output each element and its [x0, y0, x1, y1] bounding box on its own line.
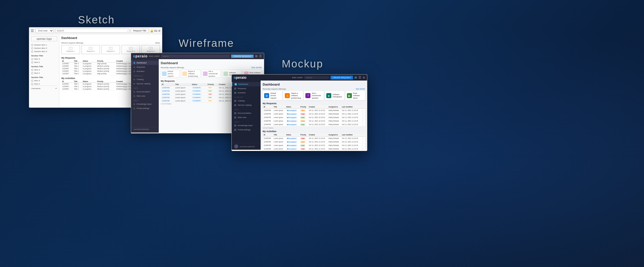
- mk-nav-docs[interactable]: Documentation: [232, 111, 261, 115]
- sketch-section2-item1[interactable]: Item 4: [31, 68, 57, 71]
- sketch-offering-3[interactable]: Request 3: [101, 45, 120, 54]
- mk-act-assigned: Kathy Estrada: [328, 147, 341, 150]
- sketch-logout-icon[interactable]: ↩: [55, 87, 57, 90]
- mk-settings-icon[interactable]: ⚙: [363, 76, 365, 79]
- table-row[interactable]: 12346789 Lorem ipsum In progress High Oc…: [263, 136, 365, 140]
- wf-nav-service-catalog[interactable]: Service catalog: [131, 82, 159, 86]
- wf-nav-activities[interactable]: Activities: [131, 69, 159, 73]
- mk-offering-text-2: Report a software problem/bug: [291, 92, 301, 99]
- wf-see-more[interactable]: SEE MORE: [251, 66, 262, 69]
- mk-act-priority: High: [299, 147, 308, 150]
- wf-create-button[interactable]: CREATE REQUEST: [231, 55, 254, 58]
- mk-row-actions[interactable]: ⋮: [361, 108, 365, 112]
- sketch-section1-item2[interactable]: Item 2: [31, 61, 57, 64]
- mk-status: In progress: [285, 119, 299, 123]
- mk-catalog-section-label: CATALOG: [232, 95, 261, 99]
- sketch-nav-circle-3: [31, 51, 33, 53]
- mk-offering-3[interactable]: ? Ask a commercial question: [304, 91, 324, 100]
- wf-nav-requests[interactable]: Requests: [131, 65, 159, 69]
- mk-offering-icon-2: ⚠: [285, 93, 290, 98]
- mk-act-assigned: Kathy Estrada: [328, 144, 341, 147]
- mk-created: Oct 11, 2021 12:10:10: [308, 112, 328, 116]
- mk-offering-4[interactable]: ◈ Software marketplace: [325, 91, 344, 100]
- wf-title-cell: Lorem ipsum: [174, 89, 191, 93]
- sketch-act-col-title: Title: [73, 80, 82, 83]
- mk-create-button[interactable]: CREATE REQUEST: [331, 76, 353, 80]
- sketch-offerings-more[interactable]: More: [155, 42, 160, 44]
- mk-act-actions[interactable]: ⋮: [361, 136, 365, 140]
- mk-nav-knowledge[interactable]: Knowledge base: [232, 123, 261, 128]
- table-row[interactable]: 12346789 Lorem ipsum In progress Med Oct…: [263, 140, 365, 144]
- sketch-user-dropdown[interactable]: End User: [35, 28, 54, 33]
- mk-nav-catalog[interactable]: Catalog: [232, 99, 261, 103]
- mk-created: Oct 11, 2021 12:10:10: [308, 123, 328, 126]
- mk-nav-requests[interactable]: Requests: [232, 86, 261, 91]
- wf-grid-icon[interactable]: ⊞: [255, 54, 258, 58]
- wf-search-input[interactable]: [161, 55, 230, 58]
- sketch-nav-item-2[interactable]: Section Item 2: [31, 47, 57, 50]
- mk-see-more[interactable]: SEE MORE: [356, 88, 365, 90]
- mk-grid-icon[interactable]: ⊞: [354, 76, 357, 79]
- mk-search-input[interactable]: [304, 76, 329, 79]
- mk-act-actions[interactable]: ⋮: [361, 144, 365, 147]
- wf-offering-3[interactable]: Ask a commercial question: [202, 70, 221, 78]
- sketch-section3-item1[interactable]: Item 4: [31, 79, 57, 82]
- wf-nav-dashboard[interactable]: Dashboard: [131, 61, 159, 65]
- mk-offering-5[interactable]: ▶ Book software demo: [345, 91, 365, 100]
- mk-id: 12346789: [263, 112, 273, 116]
- mk-status: In progress: [285, 108, 299, 112]
- sketch-menu-icon[interactable]: ☰: [31, 29, 34, 33]
- sketch-search-input[interactable]: [55, 29, 129, 33]
- sketch-act-status: in progress: [82, 85, 96, 88]
- wf-nav-knowledge[interactable]: Knowledge base: [131, 102, 159, 106]
- mk-act-actions[interactable]: ⋮: [361, 147, 365, 150]
- mk-nav-service-catalog[interactable]: Service catalog: [232, 103, 261, 107]
- mk-act-created: Oct 11, 2021 11:14:10: [308, 140, 328, 144]
- mk-act-modified: Oct 11, 2021 11:10:10: [341, 147, 361, 150]
- table-row[interactable]: 12346789 Lorem ipsum In progress Med Oct…: [263, 108, 365, 112]
- mk-created: Oct 11, 2021 11:10:10: [308, 108, 328, 112]
- mk-nav-webview[interactable]: Web view: [232, 115, 261, 120]
- wf-dot-catalog: [134, 79, 135, 80]
- mk-act-title: Lorem ipsum: [273, 147, 285, 150]
- table-row[interactable]: 12346789 Lorem ipsum In progress Med Oct…: [263, 119, 365, 123]
- sketch-font-icon[interactable]: Aa: [154, 29, 157, 32]
- table-row[interactable]: 12346789 Lorem ipsum In progress High Oc…: [263, 112, 365, 116]
- table-row[interactable]: 12346789 Lorem ipsum In progress Low Oct…: [263, 144, 365, 147]
- mk-row-actions[interactable]: ⋮: [361, 116, 365, 119]
- sketch-section1-item1[interactable]: Item 4: [31, 57, 57, 61]
- wf-nav-docs[interactable]: Documentation: [131, 90, 159, 94]
- table-row[interactable]: 12346789 Lorem ipsum In progress Low Oct…: [263, 116, 365, 119]
- table-row[interactable]: 12346789 Lorem ipsum In progress Low Oct…: [263, 123, 365, 126]
- mk-offering-1[interactable]: ⊞ Default service request: [263, 91, 282, 100]
- mk-offerings-header: Recently request offerings SEE MORE: [263, 88, 365, 90]
- mk-row-actions[interactable]: ⋮: [361, 123, 365, 126]
- sketch-section3-item2[interactable]: Item 2: [31, 82, 57, 86]
- wf-status-cell: in progress: [191, 93, 207, 96]
- sketch-offering-2[interactable]: Request 2: [82, 45, 100, 54]
- sketch-section2-item2[interactable]: Item 2: [31, 71, 57, 75]
- wf-nav-portal[interactable]: Portal settings: [131, 106, 159, 110]
- mk-row-actions[interactable]: ⋮: [361, 119, 365, 123]
- mk-offering-2[interactable]: ⚠ Report a software problem/bug: [283, 91, 303, 100]
- mk-col-assigned: Assigned to: [328, 105, 341, 108]
- mk-nav-dashboard[interactable]: Dashboard: [232, 82, 261, 86]
- mk-nav-portal[interactable]: Portal settings: [232, 128, 261, 132]
- wf-nav-catalog[interactable]: Catalog: [131, 77, 159, 82]
- wf-list-icon[interactable]: ☰: [259, 54, 262, 58]
- sketch-gear-icon[interactable]: ⚙: [158, 29, 160, 32]
- sketch-offering-1[interactable]: Request 1: [61, 45, 80, 54]
- mk-list-icon[interactable]: ☰: [358, 76, 361, 79]
- mk-act-actions[interactable]: ⋮: [361, 140, 365, 144]
- sketch-act-title: Title 1: [73, 88, 82, 90]
- sketch-nav-item-1[interactable]: Section Item 1: [31, 43, 57, 47]
- sketch-request-btn[interactable]: Request Title: [131, 29, 149, 33]
- mk-row-actions[interactable]: ⋮: [361, 112, 365, 116]
- wf-offering-2[interactable]: Report a software problem/bug: [181, 70, 200, 78]
- sketch-bell-icon[interactable]: 🔔: [150, 29, 153, 32]
- wf-offering-1[interactable]: Default service request: [161, 70, 180, 78]
- table-row[interactable]: 12346789 Lorem ipsum In progress High Oc…: [263, 147, 365, 150]
- wf-nav-webview[interactable]: Web view: [131, 94, 159, 98]
- mk-nav-activities[interactable]: Activities: [232, 91, 261, 95]
- sketch-nav-item-3[interactable]: Section Item 3: [31, 50, 57, 53]
